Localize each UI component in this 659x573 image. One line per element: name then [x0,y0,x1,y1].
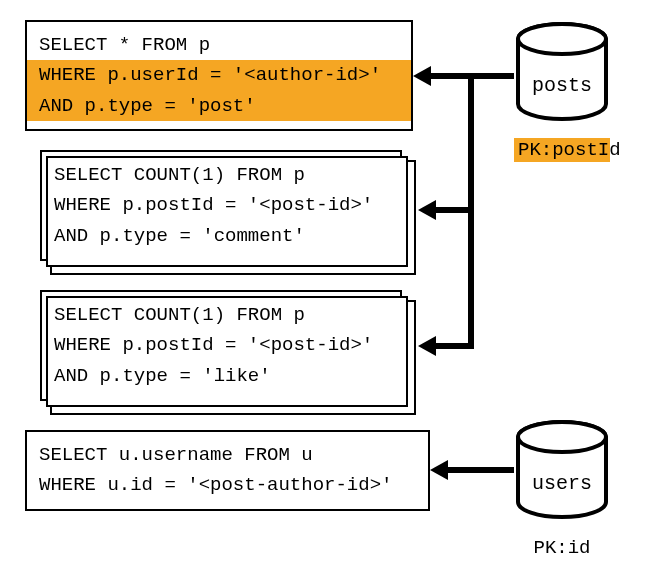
arrow-head-icon [413,66,431,86]
svg-point-1 [518,24,606,54]
query-line: SELECT * FROM p [39,34,210,56]
query-line: SELECT u.username FROM u [39,444,313,466]
database-label: posts [514,74,610,97]
query-box-3: SELECT COUNT(1) FROM p WHERE p.postId = … [40,290,402,401]
query-line-highlight: WHERE p.userId = '<author-id>' [27,60,411,90]
query-line: AND p.type = 'like' [54,365,271,387]
arrow-head-icon [418,336,436,356]
query-line: AND p.type = 'comment' [54,225,305,247]
cylinder-icon [514,22,610,122]
svg-point-3 [518,422,606,452]
cylinder-icon [514,420,610,520]
query-line: WHERE u.id = '<post-author-id>' [39,474,392,496]
query-box-4: SELECT u.username FROM u WHERE u.id = '<… [25,430,430,511]
arrow-connector [432,343,474,349]
query-box-1: SELECT * FROM p WHERE p.userId = '<autho… [25,20,413,131]
query-line: SELECT COUNT(1) FROM p [54,304,305,326]
arrow-connector [468,73,514,79]
pk-label: PK:id [514,536,610,560]
arrow-head-icon [430,460,448,480]
query-line: SELECT COUNT(1) FROM p [54,164,305,186]
database-label: users [514,472,610,495]
database-users: users PK:id [514,420,610,525]
arrow-connector [432,207,471,213]
query-box-2: SELECT COUNT(1) FROM p WHERE p.postId = … [40,150,402,261]
query-line: WHERE p.postId = '<post-id>' [54,334,373,356]
arrow-connector [427,73,471,79]
arrow-head-icon [418,200,436,220]
pk-label: PK:postId [514,138,610,162]
database-posts: posts PK:postId [514,22,610,127]
query-line-highlight: AND p.type = 'post' [27,91,411,121]
arrow-connector [444,467,514,473]
query-line: WHERE p.postId = '<post-id>' [54,194,373,216]
